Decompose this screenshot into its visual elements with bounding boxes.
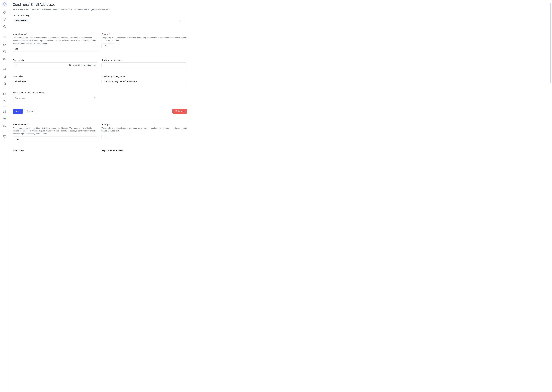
reply-to-label: Reply to email address bbox=[102, 59, 187, 61]
svg-rect-18 bbox=[3, 125, 4, 126]
matches-placeholder: Add values bbox=[15, 97, 25, 99]
nav-cube-icon[interactable] bbox=[1, 9, 8, 15]
nav-search-icon[interactable] bbox=[1, 66, 8, 72]
priority-field: Priority* The priority of the email send… bbox=[102, 123, 187, 139]
nav-widgets-icon[interactable] bbox=[1, 109, 8, 115]
reply-to-field: Reply to email address bbox=[102, 59, 187, 68]
email-alias-label: Email alias bbox=[13, 75, 98, 77]
svg-rect-14 bbox=[3, 111, 4, 112]
internal-name-field: Internal name* The internal name used to… bbox=[13, 123, 98, 142]
nav-listplus-icon[interactable] bbox=[1, 98, 8, 104]
entry-button-row: Save Discard Delete bbox=[13, 109, 187, 114]
nav-globe-icon[interactable] bbox=[1, 24, 8, 30]
email-domain-suffix: @privacy.ridesharedating.com bbox=[67, 63, 98, 68]
email-prefix-input[interactable] bbox=[13, 63, 67, 68]
svg-rect-21 bbox=[3, 135, 6, 137]
save-button[interactable]: Save bbox=[13, 109, 23, 114]
priority-label: Priority* bbox=[102, 123, 187, 126]
svg-rect-15 bbox=[5, 111, 6, 112]
email-alias-input[interactable] bbox=[13, 79, 98, 84]
nav-separator bbox=[3, 89, 7, 89]
priority-input[interactable] bbox=[102, 43, 114, 49]
reply-to-field: Reply to email address bbox=[102, 149, 187, 153]
section-divider bbox=[13, 28, 187, 29]
internal-name-label-text: Internal name bbox=[13, 123, 26, 126]
custom-field-key-select[interactable]: Search Lead ✕ bbox=[13, 18, 187, 23]
priority-label-text: Priority bbox=[102, 123, 108, 126]
svg-rect-19 bbox=[5, 125, 6, 126]
priority-field: Priority* The priority of the email send… bbox=[102, 33, 187, 49]
nav-terminal-icon[interactable] bbox=[1, 133, 8, 140]
reply-to-input[interactable] bbox=[102, 63, 187, 68]
svg-point-5 bbox=[3, 50, 5, 51]
internal-name-label-text: Internal name bbox=[13, 33, 26, 35]
svg-point-8 bbox=[4, 58, 4, 59]
matches-field: When custom field value matches Add valu… bbox=[13, 91, 98, 101]
internal-name-help: The internal name used to differentiate … bbox=[13, 36, 98, 45]
app-logo[interactable] bbox=[2, 2, 7, 6]
main-content: Conditional Email Addresses Send emails … bbox=[9, 0, 552, 392]
nav-thumbsup-icon[interactable] bbox=[1, 41, 8, 48]
svg-point-3 bbox=[4, 36, 4, 37]
priority-label-text: Priority bbox=[102, 33, 108, 35]
nav-people-icon[interactable] bbox=[1, 34, 8, 40]
priority-input[interactable] bbox=[102, 134, 114, 139]
delete-button-label: Delete bbox=[178, 110, 184, 112]
page-title: Conditional Email Addresses bbox=[13, 3, 187, 7]
conditional-email-entry: Internal name* The internal name used to… bbox=[13, 123, 187, 153]
custom-field-key-block: Custom Field key Search Lead ✕ bbox=[13, 14, 187, 23]
internal-name-field: Internal name* The internal name used to… bbox=[13, 33, 98, 52]
priority-help: The priority of the email sender address… bbox=[102, 127, 187, 132]
required-asterisk: * bbox=[109, 123, 110, 126]
nav-separator bbox=[3, 32, 7, 32]
svg-rect-20 bbox=[3, 126, 4, 127]
svg-point-13 bbox=[3, 93, 6, 95]
internal-name-label: Internal name* bbox=[13, 33, 98, 35]
email-prefix-field: Email prefix @privacy.ridesharedating.co… bbox=[13, 59, 98, 68]
internal-name-input[interactable] bbox=[13, 137, 98, 142]
clear-icon[interactable]: ✕ bbox=[179, 19, 181, 22]
nav-idcard-icon[interactable] bbox=[1, 56, 8, 62]
internal-name-input[interactable] bbox=[13, 46, 98, 52]
email-prefix-label: Email prefix bbox=[13, 59, 98, 61]
delete-button[interactable]: Delete bbox=[172, 109, 187, 114]
email-prefix-label: Email prefix bbox=[13, 149, 98, 152]
required-asterisk: * bbox=[26, 123, 27, 126]
required-asterisk: * bbox=[26, 33, 27, 35]
chevron-down-icon[interactable] bbox=[94, 97, 96, 99]
nav-file-clock-icon[interactable] bbox=[1, 80, 8, 87]
svg-point-0 bbox=[3, 3, 6, 5]
scrollbar-thumb[interactable] bbox=[550, 3, 552, 83]
priority-label: Priority* bbox=[102, 33, 187, 35]
internal-name-help: The internal name used to differentiate … bbox=[13, 127, 98, 135]
nav-database-icon[interactable] bbox=[1, 48, 8, 55]
reply-to-label: Reply to email address bbox=[102, 149, 187, 152]
discard-button[interactable]: Discard bbox=[24, 109, 37, 114]
nav-eyeoff-icon[interactable] bbox=[1, 116, 8, 122]
nav-cubes-icon[interactable] bbox=[1, 16, 8, 23]
svg-point-9 bbox=[3, 68, 6, 70]
chevron-down-icon[interactable] bbox=[183, 19, 185, 22]
custom-field-key-chip: Search Lead bbox=[14, 19, 28, 22]
nav-compass-icon[interactable] bbox=[1, 91, 8, 97]
svg-point-11 bbox=[5, 77, 5, 78]
section-divider bbox=[13, 119, 187, 119]
body-display-input[interactable] bbox=[102, 79, 187, 84]
body-display-label: Email body display name bbox=[102, 75, 187, 77]
page-description: Send emails from different email address… bbox=[13, 8, 187, 11]
trash-icon bbox=[175, 110, 177, 112]
custom-field-key-label: Custom Field key bbox=[13, 14, 187, 16]
matches-select[interactable]: Add values bbox=[13, 95, 98, 101]
required-asterisk: * bbox=[109, 33, 110, 35]
svg-point-4 bbox=[5, 36, 5, 37]
priority-help: The priority of the email sender address… bbox=[102, 36, 187, 42]
email-prefix-field: Email prefix bbox=[13, 149, 98, 153]
internal-name-label: Internal name* bbox=[13, 123, 98, 126]
nav-grid-edit-icon[interactable] bbox=[1, 123, 8, 129]
svg-point-10 bbox=[4, 69, 5, 70]
conditional-email-entry: Internal name* The internal name used to… bbox=[13, 33, 187, 114]
matches-label: When custom field value matches bbox=[13, 91, 98, 94]
body-display-field: Email body display name bbox=[102, 75, 187, 84]
email-alias-field: Email alias bbox=[13, 75, 98, 84]
nav-file-search-icon[interactable] bbox=[1, 73, 8, 79]
